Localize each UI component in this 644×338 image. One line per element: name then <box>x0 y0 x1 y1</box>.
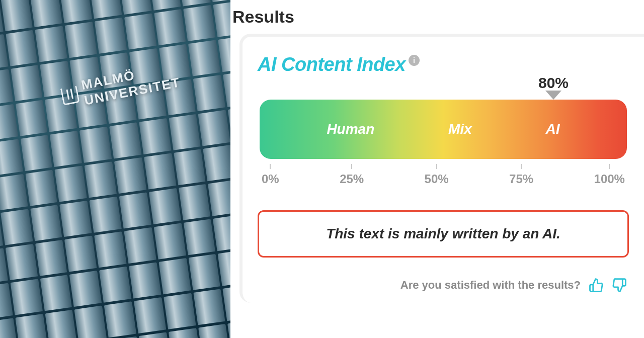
results-panel: Results AI Content Index i 80% Human Mix… <box>230 0 644 338</box>
results-card: AI Content Index i 80% Human Mix AI 0% 2… <box>239 34 644 303</box>
info-icon[interactable]: i <box>409 55 420 66</box>
gauge-tick: 0% <box>262 164 279 186</box>
gauge-label-human: Human <box>327 121 374 137</box>
verdict-text: This text is mainly written by an AI. <box>326 226 560 241</box>
gauge-bar: Human Mix AI <box>260 100 627 159</box>
gauge-tick: 100% <box>594 164 625 186</box>
gauge-pointer-icon <box>545 91 561 100</box>
thumbs-down-icon[interactable] <box>612 278 627 293</box>
feedback-row: Are you satisfied with the results? <box>258 278 629 293</box>
thumbs-up-icon[interactable] <box>589 278 604 293</box>
verdict-box: This text is mainly written by an AI. <box>258 210 629 258</box>
gauge-label-ai: AI <box>546 121 560 137</box>
gauge-tick: 75% <box>509 164 533 186</box>
index-title-row: AI Content Index i <box>258 54 629 75</box>
gauge-label-mix: Mix <box>448 121 472 137</box>
building-facade <box>0 0 230 338</box>
gauge-ticks: 0% 25% 50% 75% 100% <box>260 164 627 186</box>
university-logo-icon <box>60 86 79 106</box>
building-photo: MALMÖ UNIVERSITET <box>0 0 230 338</box>
gauge-tick: 50% <box>425 164 449 186</box>
feedback-prompt: Are you satisfied with the results? <box>400 279 581 292</box>
gauge-container: 80% Human Mix AI 0% 25% 50% 75% 100% <box>260 100 627 186</box>
gauge-pointer-value: 80% <box>538 74 569 92</box>
gauge-tick: 25% <box>340 164 364 186</box>
ai-content-index-title: AI Content Index <box>258 54 406 75</box>
results-heading: Results <box>230 0 644 31</box>
